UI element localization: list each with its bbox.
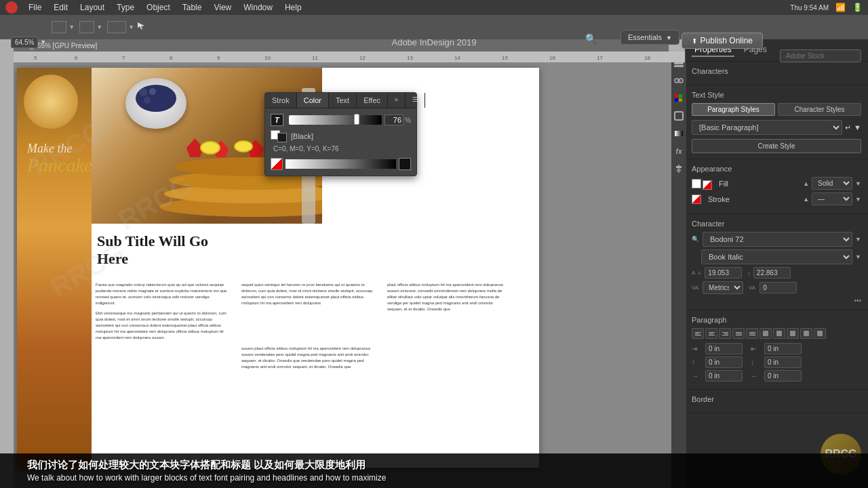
publish-online-button[interactable]: ⬆ Publish Online (682, 33, 763, 49)
transform-ctrl-3[interactable] (107, 21, 126, 33)
align-option-8[interactable] (800, 328, 812, 339)
stroke-swatch[interactable] (277, 133, 287, 142)
font-family-dropdown[interactable]: Bodoni 72 (703, 232, 852, 247)
create-style-button[interactable]: Create Style (692, 139, 861, 153)
fill-chevron-icon[interactable]: ▼ (855, 180, 861, 187)
menu-window[interactable]: Window (238, 1, 278, 14)
align-right-button[interactable] (719, 328, 731, 339)
menu-layout[interactable]: Layout (75, 1, 110, 14)
font-style-dropdown[interactable]: Book Italic (701, 249, 852, 264)
first-line-input[interactable] (705, 370, 743, 382)
search-stock-input[interactable] (780, 49, 861, 62)
essentials-button[interactable]: Essentials ▼ (620, 30, 679, 45)
arrow-tool[interactable] (136, 21, 149, 33)
gradient-bar[interactable] (285, 159, 396, 169)
fill-stroke-swatch[interactable] (271, 158, 283, 170)
cmyk-row: C=0, M=0, Y=0, K=76 (271, 145, 411, 152)
stroke-chevron-icon[interactable]: ▼ (855, 196, 861, 203)
align-left-button[interactable] (692, 328, 704, 339)
align-option-6[interactable] (773, 328, 785, 339)
menu-type[interactable]: Type (111, 1, 140, 14)
fill-up-icon[interactable]: ▲ (803, 180, 809, 187)
align-center-button[interactable] (705, 328, 717, 339)
black-swatch[interactable] (399, 158, 411, 170)
tint-value-input[interactable] (384, 115, 403, 125)
transform-chevron-2: ▼ (96, 24, 102, 30)
align-icon[interactable] (673, 163, 685, 175)
fill-type-dropdown[interactable]: Solid (812, 177, 852, 190)
style-more-icon[interactable]: ▼ (854, 123, 861, 131)
menu-object[interactable]: Object (141, 1, 176, 14)
last-line-icon: ← (751, 372, 760, 380)
zoom-value[interactable]: 64.5% (11, 37, 38, 48)
alignment-row (692, 328, 861, 339)
space-before-input[interactable] (705, 343, 743, 354)
svg-rect-10 (675, 112, 683, 120)
character-styles-tab[interactable]: Character Styles (778, 103, 861, 116)
more-tabs-icon[interactable]: » (388, 93, 406, 108)
fx-icon[interactable]: fx (673, 145, 685, 157)
pancake-text: Pancake (27, 156, 81, 175)
menu-file[interactable]: File (23, 1, 47, 14)
paragraph-styles-tab[interactable]: Paragraph Styles (692, 103, 775, 116)
gradient-icon[interactable] (673, 127, 685, 140)
text-tab[interactable]: Text (329, 93, 357, 108)
paragraph-section: Paragraph (685, 310, 868, 390)
leading-icon: ↕ (747, 270, 751, 277)
stroke-icon[interactable] (673, 110, 685, 122)
stroke-up-icon[interactable]: ▲ (803, 196, 809, 203)
menu-help[interactable]: Help (279, 1, 307, 14)
menu-view[interactable]: View (208, 1, 237, 14)
color-name-row: [Black] (271, 130, 411, 142)
canvas-area: RRCG RRCG RRCG 5 6 7 8 9 10 11 12 13 14 … (14, 52, 685, 488)
transform-ctrl-2[interactable] (79, 21, 94, 33)
align-option-9[interactable] (814, 328, 826, 339)
leading-input[interactable] (753, 267, 791, 279)
font-size-input[interactable] (705, 267, 742, 279)
menu-edit[interactable]: Edit (48, 1, 73, 14)
menu-table[interactable]: Table (177, 1, 208, 14)
paragraph-style-dropdown[interactable]: [Basic Paragraph] (692, 120, 842, 135)
tint-slider[interactable] (289, 115, 382, 125)
transform-ctrl-1[interactable] (52, 21, 66, 33)
para-after-icon: ↓ (751, 359, 760, 366)
swatches-icon[interactable] (673, 92, 685, 104)
stroke-tab[interactable]: Strok (265, 93, 297, 108)
more-char-options[interactable]: ••• (692, 297, 861, 304)
panel-menu-icon[interactable]: ☰ (406, 93, 425, 108)
svg-rect-14 (677, 169, 681, 171)
color-name-label: [Black] (291, 132, 313, 140)
toolbar: 64.5% ▼ ▼ ▼ ▼ Adobe InDesign 2019 Essent… (0, 15, 868, 39)
align-justify-button[interactable] (732, 328, 745, 339)
align-option-5[interactable] (760, 328, 772, 339)
align-option-7[interactable] (787, 328, 799, 339)
stroke-type-dropdown[interactable]: — (812, 192, 852, 205)
zoom-chevron-icon[interactable]: ▼ (40, 39, 46, 45)
indent-left-input[interactable] (705, 357, 743, 368)
space-after-input[interactable] (764, 343, 802, 354)
app-icon (5, 1, 18, 14)
stroke-row: Stroke ▲ — ▼ (692, 192, 861, 205)
style-apply-icon[interactable]: ↵ (845, 123, 851, 132)
links-icon[interactable] (673, 75, 685, 87)
tint-slider-thumb[interactable] (354, 114, 359, 125)
fill-color-swatch[interactable] (692, 179, 701, 188)
stroke-controls: ▲ — ▼ (803, 192, 861, 205)
color-tab[interactable]: Color (297, 93, 329, 108)
stroke-color-swatch[interactable] (692, 195, 701, 204)
font-style-chevron[interactable]: ▼ (855, 253, 861, 260)
first-line-row: → ← (692, 370, 861, 382)
align-justify-all-button[interactable] (746, 328, 758, 339)
tracking-icon: VA (749, 285, 755, 291)
tab-bar: dd @ 65% [GPU Preview] (14, 39, 669, 52)
indent-right-input[interactable] (764, 357, 802, 368)
fill-controls: ▲ Solid ▼ (803, 177, 861, 190)
tracking-input[interactable] (760, 282, 797, 293)
last-line-input[interactable] (764, 370, 802, 382)
kerning-dropdown[interactable]: Metrics (703, 281, 743, 294)
effect-tab[interactable]: Effec (357, 93, 388, 108)
font-size-sub-icon: A (698, 271, 701, 275)
body-text-far-right: plaut officia sitibus moluptum hil ma ap… (383, 278, 509, 317)
font-family-chevron[interactable]: ▼ (855, 236, 861, 243)
search-icon[interactable]: 🔍 (585, 33, 597, 44)
